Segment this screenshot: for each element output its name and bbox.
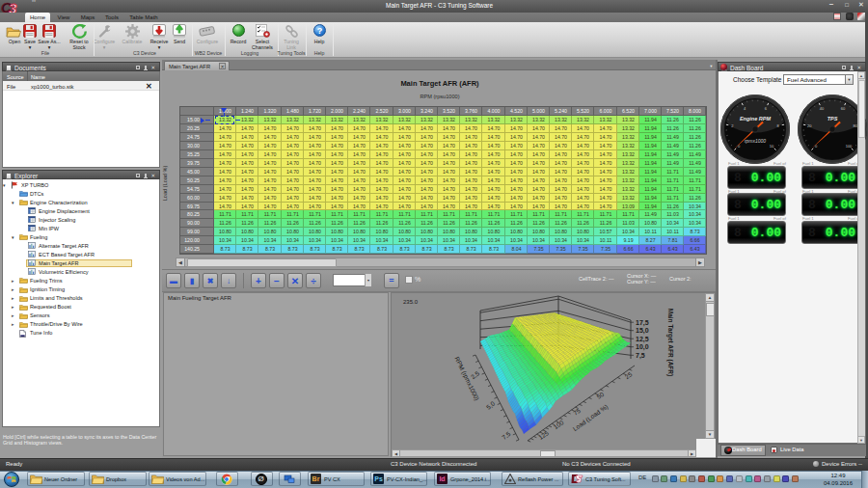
svg-text:TPS: TPS xyxy=(827,116,838,122)
svg-text:5,0: 5,0 xyxy=(485,399,497,410)
svg-text:17,5: 17,5 xyxy=(636,319,649,327)
svg-text:100: 100 xyxy=(553,419,565,430)
svg-text:100: 100 xyxy=(846,144,853,149)
svg-text:12,5: 12,5 xyxy=(636,336,649,343)
svg-text:60: 60 xyxy=(841,106,846,111)
svg-text:15,0: 15,0 xyxy=(636,327,649,335)
svg-text:7,5: 7,5 xyxy=(501,430,512,441)
svg-text:20: 20 xyxy=(807,123,812,128)
svg-text:Engine RPM: Engine RPM xyxy=(740,116,772,122)
svg-text:125: 125 xyxy=(537,429,550,441)
svg-text:7,5: 7,5 xyxy=(636,352,645,360)
svg-text:Main Target AFR (AFR): Main Target AFR (AFR) xyxy=(666,309,674,376)
svg-text:Load (Load %): Load (Load %) xyxy=(162,166,168,202)
svg-text:RPM (rpmx1000): RPM (rpmx1000) xyxy=(453,356,481,402)
svg-text:rpmx1000: rpmx1000 xyxy=(745,138,766,144)
svg-text:40: 40 xyxy=(820,106,825,111)
svg-text:10: 10 xyxy=(770,144,774,149)
svg-text:10,0: 10,0 xyxy=(636,343,649,351)
